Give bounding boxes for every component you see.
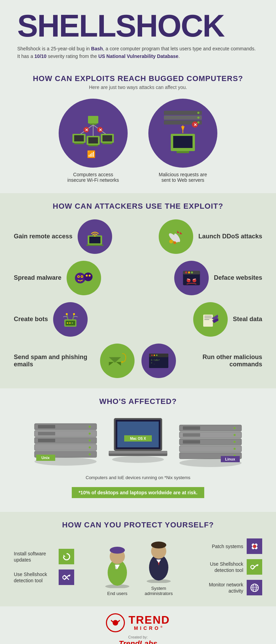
- svg-point-51: [86, 275, 88, 277]
- svg-rect-99: [38, 439, 55, 442]
- svg-rect-34: [87, 245, 103, 246]
- svg-marker-39: [180, 232, 182, 234]
- sys-admin-label: System administrators: [143, 586, 174, 596]
- end-user-label: End users: [107, 591, 128, 596]
- svg-point-52: [89, 275, 91, 277]
- svg-rect-123: [183, 440, 200, 444]
- svg-rect-98: [38, 432, 55, 435]
- exploit-circle-server: ✕: [148, 99, 217, 168]
- attacker-circle-commands: C:\dir > _: [141, 344, 176, 378]
- svg-point-57: [191, 271, 193, 274]
- protect-label-detection-right: Use Shellshock detection tool: [202, 561, 243, 573]
- svg-rect-25: [173, 136, 193, 148]
- attacker-circle-malware: [67, 261, 101, 295]
- svg-point-68: [67, 322, 68, 324]
- svg-rect-122: [183, 433, 200, 437]
- svg-point-118: [234, 441, 236, 443]
- attacker-malware: Spread malware: [14, 261, 135, 295]
- protect-install-updates: Install software updates: [14, 549, 74, 564]
- svg-point-128: [63, 576, 66, 579]
- svg-text:✕: ✕: [85, 128, 88, 132]
- unix-server-stack: Unix: [31, 420, 100, 470]
- exploit-item-server: ✕ Malicious requests are sent to Web ser…: [148, 99, 217, 183]
- linux-device: Linux: [176, 422, 245, 470]
- svg-point-40: [169, 239, 173, 243]
- attacker-circle-spam: [100, 344, 135, 378]
- attacker-circle-steal: [193, 302, 228, 337]
- exploits-section: HOW CAN EXPLOITS REACH BUGGED COMPUTERS?…: [0, 67, 276, 193]
- svg-point-35: [94, 235, 96, 237]
- svg-marker-23: [181, 126, 185, 131]
- attacker-label-steal: Steal data: [233, 316, 262, 323]
- attacker-label-deface: Deface websites: [214, 274, 262, 281]
- exploit-label-wifi: Computers access insecure Wi-Fi networks: [66, 172, 121, 183]
- svg-rect-10: [74, 135, 84, 141]
- affected-devices-container: Unix Mac OS X: [14, 415, 262, 470]
- attacker-circle-deface: [174, 261, 209, 295]
- svg-point-45: [78, 276, 79, 277]
- exploit-item-wifi: ✕ ✕ 📶: [59, 99, 128, 183]
- svg-rect-17: [102, 143, 112, 144]
- svg-rect-105: [117, 422, 159, 447]
- protect-icon-patch: [247, 538, 262, 554]
- brand-text: TREND MICRO®: [128, 614, 170, 631]
- svg-rect-33: [89, 237, 100, 244]
- protect-monitor-network: Monitor network activity: [202, 580, 262, 595]
- svg-text:Unix: Unix: [41, 456, 50, 460]
- protect-section: HOW CAN YOU PROTECT YOURSELF? Install so…: [0, 512, 276, 606]
- svg-rect-26: [177, 151, 189, 153]
- protect-detection-right: Use Shellshock detection tool: [202, 559, 262, 575]
- exploits-title: HOW CAN EXPLOITS REACH BUGGED COMPUTERS?: [14, 74, 262, 83]
- svg-point-83: [154, 355, 155, 356]
- svg-rect-1: [90, 123, 97, 125]
- exploits-subtitle: Here are just two ways attacks can affec…: [14, 85, 262, 90]
- svg-point-138: [151, 542, 166, 548]
- attacker-bots: Create bots: [14, 302, 135, 337]
- attackers-title: HOW CAN ATTACKERS USE THE EXPLOIT?: [14, 202, 262, 211]
- svg-point-94: [89, 439, 91, 442]
- attacker-circle-bots: [53, 302, 88, 337]
- unix-device: Unix: [31, 420, 100, 470]
- svg-rect-121: [183, 426, 200, 430]
- protect-icon-detection-right: [247, 559, 262, 575]
- exploits-circles-container: ✕ ✕ 📶: [14, 99, 262, 183]
- attackers-grid: Gain remote access Launch DDoS attacks: [14, 219, 262, 378]
- protect-figures-container: End users System adm: [102, 538, 174, 596]
- svg-rect-90: [34, 444, 97, 450]
- svg-point-96: [89, 453, 91, 455]
- svg-rect-19: [164, 111, 202, 115]
- svg-rect-97: [38, 425, 55, 428]
- svg-point-42: [75, 273, 86, 283]
- svg-rect-16: [102, 135, 112, 141]
- protect-patch-systems: Patch systems: [202, 538, 262, 554]
- svg-rect-73: [204, 317, 211, 318]
- svg-rect-11: [74, 143, 84, 144]
- attacker-label-remote: Gain remote access: [14, 233, 72, 240]
- svg-rect-107: [109, 451, 167, 454]
- attacker-circle-ddos: [159, 219, 193, 254]
- svg-point-50: [84, 273, 92, 281]
- affected-section: WHO'S AFFECTED?: [0, 388, 276, 512]
- svg-point-151: [113, 620, 118, 625]
- protect-right-column: Patch systems Use Shellshock detection t…: [202, 538, 262, 595]
- exploit-circle-wifi: ✕ ✕ 📶: [59, 99, 128, 168]
- affected-note: Computers and IoE devices running on *Ni…: [14, 475, 262, 480]
- svg-point-92: [89, 426, 91, 428]
- attacker-label-spam: Send spam and phishing emails: [14, 354, 95, 368]
- svg-point-143: [253, 545, 256, 548]
- attacker-deface: Deface websites: [141, 261, 262, 295]
- svg-rect-74: [204, 319, 209, 320]
- svg-point-29: [197, 112, 199, 114]
- end-user-figure: End users: [102, 543, 133, 596]
- protect-icon-updates: [59, 549, 74, 564]
- protect-icon-detection-left: [59, 569, 74, 585]
- svg-rect-13: [88, 137, 98, 143]
- svg-text:Linux: Linux: [225, 457, 235, 461]
- svg-point-144: [251, 565, 254, 569]
- svg-rect-0: [88, 116, 98, 123]
- svg-point-110: [112, 456, 164, 463]
- attackers-section: HOW CAN ATTACKERS USE THE EXPLOIT? Gain …: [0, 193, 276, 388]
- svg-rect-114: [179, 446, 241, 452]
- svg-point-30: [197, 117, 199, 119]
- header-section: SHELLSHOCK Shellshock is a 25-year-old b…: [0, 0, 276, 67]
